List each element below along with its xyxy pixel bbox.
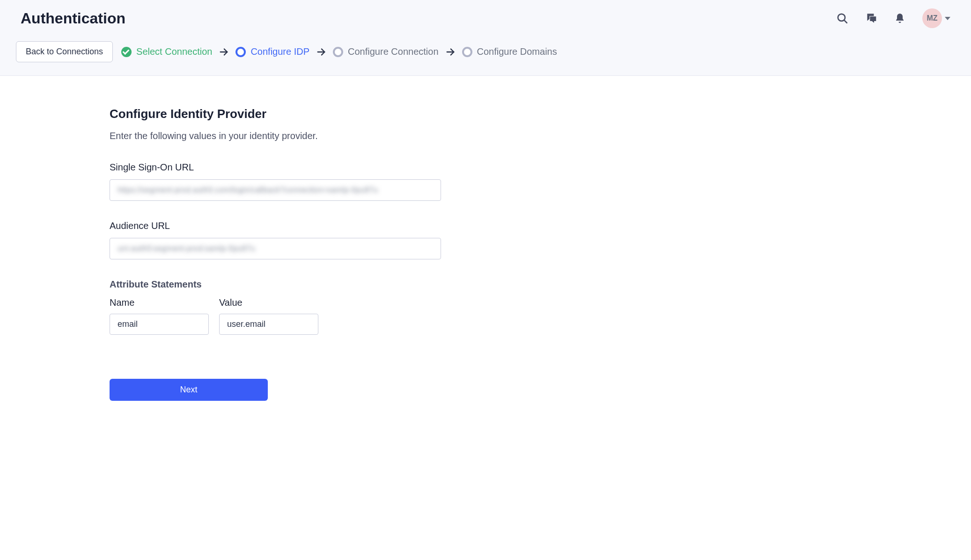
- attr-name-input[interactable]: [110, 314, 209, 335]
- step-label: Select Connection: [136, 46, 212, 57]
- back-to-connections-button[interactable]: Back to Connections: [16, 41, 113, 62]
- step-label: Configure IDP: [250, 46, 309, 57]
- arrow-right-icon: [219, 47, 229, 57]
- page-title: Authentication: [21, 10, 125, 27]
- step-configure-idp[interactable]: Configure IDP: [235, 46, 309, 57]
- section-description: Enter the following values in your ident…: [110, 131, 971, 141]
- svg-line-1: [844, 20, 847, 23]
- chat-icon[interactable]: [865, 12, 877, 24]
- attribute-statements-label: Attribute Statements: [110, 279, 971, 290]
- step-configure-domains[interactable]: Configure Domains: [462, 46, 557, 57]
- circle-icon: [235, 47, 246, 57]
- step-select-connection[interactable]: Select Connection: [121, 46, 212, 57]
- attr-value-input[interactable]: [219, 314, 318, 335]
- arrow-right-icon: [316, 47, 326, 57]
- bell-icon[interactable]: [894, 13, 905, 24]
- header-actions: MZ: [836, 8, 950, 28]
- avatar: MZ: [922, 8, 942, 28]
- stepper: Select Connection Configure IDP: [121, 46, 557, 57]
- arrow-right-icon: [445, 47, 456, 57]
- attr-name-header: Name: [110, 297, 209, 308]
- attr-value-header: Value: [219, 297, 318, 308]
- step-configure-connection[interactable]: Configure Connection: [333, 46, 438, 57]
- audience-url-field[interactable]: urn:auth0:segment-prod:samlp-0pu87u: [110, 238, 441, 259]
- chevron-down-icon: [945, 17, 950, 20]
- circle-icon: [333, 47, 343, 57]
- section-title: Configure Identity Provider: [110, 107, 971, 121]
- sso-url-field[interactable]: https://segment-prod.auth0.com/login/cal…: [110, 179, 441, 201]
- circle-icon: [462, 47, 472, 57]
- check-circle-icon: [121, 47, 132, 57]
- user-menu[interactable]: MZ: [922, 8, 950, 28]
- search-icon[interactable]: [836, 12, 848, 24]
- sso-url-label: Single Sign-On URL: [110, 162, 971, 173]
- step-label: Configure Connection: [348, 46, 438, 57]
- audience-url-label: Audience URL: [110, 221, 971, 231]
- next-button[interactable]: Next: [110, 379, 268, 401]
- step-label: Configure Domains: [477, 46, 557, 57]
